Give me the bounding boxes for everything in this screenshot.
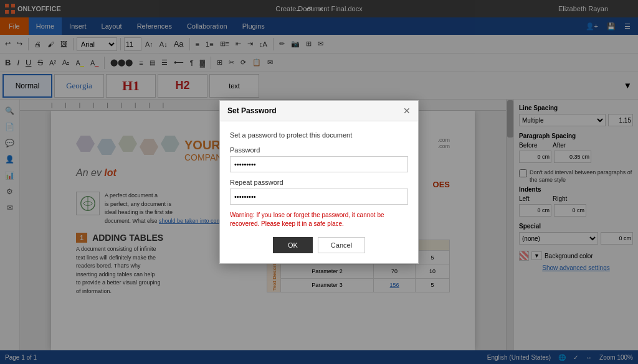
modal-close-button[interactable]: ✕ [403, 106, 411, 116]
modal-warning: Warning: If you lose or forget the passw… [230, 211, 408, 228]
repeat-password-label: Repeat password [230, 179, 408, 186]
modal-cancel-button[interactable]: Cancel [318, 237, 365, 253]
modal-title: Set Password [227, 106, 277, 115]
password-input[interactable] [230, 156, 408, 172]
modal-header: Set Password ✕ [220, 101, 418, 121]
modal-overlay: Set Password ✕ Set a password to protect… [0, 0, 638, 364]
modal-description: Set a password to protect this document [230, 131, 408, 139]
password-label: Password [230, 146, 408, 154]
modal-body: Set a password to protect this document … [220, 121, 418, 263]
repeat-password-input[interactable] [230, 189, 408, 205]
set-password-modal: Set Password ✕ Set a password to protect… [219, 100, 419, 264]
modal-ok-button[interactable]: OK [273, 237, 313, 253]
modal-buttons: OK Cancel [230, 237, 408, 253]
